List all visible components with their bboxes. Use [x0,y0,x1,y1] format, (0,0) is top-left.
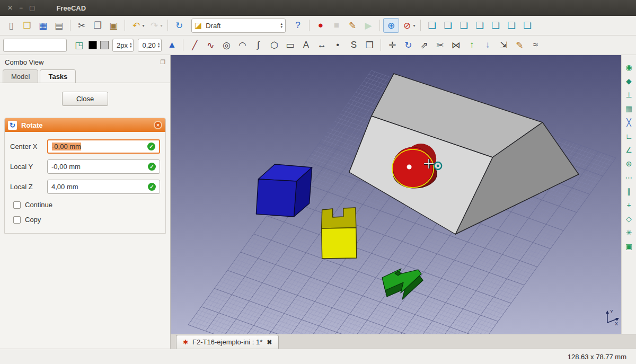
line-width-value: 2px [117,41,128,49]
tab-model[interactable]: Model [3,69,38,83]
title-bar: ✕−▢ FreeCAD [0,0,636,16]
snap-ortho-button[interactable]: + [623,199,635,210]
snap-intersection-button[interactable]: ╳ [623,117,635,128]
copy-button[interactable]: ❐ [90,18,105,33]
zoom-box-button[interactable]: ⊕ [383,18,399,33]
text-size-value: 0,20 [142,41,155,49]
snap-endpoint-button[interactable]: ◆ [623,75,635,86]
spin-down-icon: ▾ [130,45,132,48]
draft-trimex-tool[interactable]: ✂ [432,38,448,52]
rotate-task-close-icon[interactable]: ✕ [154,121,162,129]
float-panel-icon[interactable]: ❐ [160,59,165,66]
tab-tasks[interactable]: Tasks [40,69,76,83]
continue-checkbox[interactable] [13,201,21,209]
spin-down-icon: ▾ [280,25,282,29]
working-plane-button[interactable]: ◳ [71,38,87,52]
rotate-task-panel: ↻ Rotate ✕ Center X -0,00 mm ✓ Local Y [4,118,166,234]
print-button[interactable]: ▤ [51,18,67,33]
valid-check-icon: ✓ [148,163,156,171]
open-file-button[interactable]: ❒ [19,18,35,33]
macro-edit-button[interactable]: ✎ [344,18,360,33]
draft-downgrade-tool[interactable]: ↓ [480,38,496,52]
draft-join-tool[interactable]: ⋈ [448,38,464,52]
snap-center-button[interactable]: ⊕ [623,158,635,169]
tasks-panel: Close ↻ Rotate ✕ Center X -0,00 mm ✓ [0,83,170,349]
macro-play-button[interactable]: ▶ [360,18,376,33]
draw-style-dropdown-arrow[interactable]: ▾ [411,18,417,33]
view-top-button[interactable]: ❏ [456,18,472,33]
face-color-swatch[interactable] [100,41,109,49]
new-file-button[interactable]: ▯ [3,18,19,33]
snap-midpoint-button[interactable]: ⊥ [623,89,635,100]
snap-perpendicular-button[interactable]: ∟ [623,130,635,141]
snap-dimensions-button[interactable]: ▣ [623,241,635,252]
draft-point-tool[interactable]: • [330,38,346,52]
redo-button[interactable]: ↷ [146,18,162,33]
snap-grid-button[interactable]: ▦ [623,103,635,114]
draft-wire-tool[interactable]: ∿ [202,38,218,52]
local-y-field[interactable]: -0,00 mm ✓ [47,159,160,174]
draft-wire2bspline-tool[interactable]: ≈ [527,38,543,52]
refresh-button[interactable]: ↻ [171,18,187,33]
draft-shapestring-tool[interactable]: S [346,38,361,52]
paste-button[interactable]: ▣ [105,18,121,33]
local-z-field[interactable]: 4,00 mm ✓ [47,180,160,194]
text-size-spinbox[interactable]: 0,20 ▴ ▾ [138,39,162,52]
undo-dropdown-arrow[interactable]: ▾ [140,18,146,33]
rotate-task-title: Rotate [21,121,42,129]
line-color-swatch[interactable] [89,41,97,49]
view-isometric-button[interactable]: ❏ [424,18,440,33]
view-left-button[interactable]: ❏ [519,18,535,33]
snap-near-button[interactable]: ◇ [623,213,635,224]
local-y-label: Local Y [10,163,43,171]
draft-bspline-tool[interactable]: ∫ [250,38,266,52]
whats-this-button[interactable]: ? [290,18,306,33]
close-task-button[interactable]: Close [62,92,108,106]
spin-down-icon: ▾ [158,45,160,48]
workbench-selector[interactable]: ◪ Draft ▴ ▾ [191,19,286,33]
snap-extension-button[interactable]: ⋯ [623,172,635,183]
window-close-button[interactable]: ✕ [7,4,13,12]
save-button[interactable]: ▦ [35,18,51,33]
snap-angle-button[interactable]: ∠ [623,144,635,155]
draft-offset-tool[interactable]: ⇗ [416,38,432,52]
view-right-button[interactable]: ❏ [472,18,488,33]
draft-rectangle-tool[interactable]: ▭ [282,38,298,52]
view-rear-button[interactable]: ❏ [488,18,504,33]
draft-edit-tool[interactable]: ✎ [511,38,527,52]
macro-record-button[interactable]: ● [313,18,329,33]
draft-rotate-tool[interactable]: ↻ [400,38,416,52]
draft-move-tool[interactable]: ✛ [384,38,400,52]
draft-upgrade-tool[interactable]: ↑ [464,38,480,52]
document-tab-close-icon[interactable]: ✖ [267,339,272,346]
window-title: FreeCAD [56,4,86,12]
snap-parallel-button[interactable]: ∥ [623,185,635,197]
draft-polygon-tool[interactable]: ⬡ [266,38,282,52]
draft-facebinder-tool[interactable]: ❒ [361,38,377,52]
cut-button[interactable]: ✂ [74,18,90,33]
workbench-selector-arrows[interactable]: ▴ ▾ [280,22,282,29]
center-x-field[interactable]: -0,00 mm ✓ [47,139,160,154]
center-x-label: Center X [10,143,43,150]
document-tab[interactable]: ✱ F2-T16-ejemplo-ini : 1* ✖ [176,335,279,349]
snap-lock-button[interactable]: ◉ [623,61,635,73]
view-bottom-button[interactable]: ❏ [504,18,519,33]
window-minimize-button[interactable]: − [19,4,23,12]
draft-command-input[interactable] [3,39,67,52]
snap-special-button[interactable]: ✳ [623,227,635,238]
draft-toolbar: ◳ 2px ▴ ▾ 0,20 ▴ ▾ ▲ ╱∿◎◠∫⬡▭A↔•S❒✛↻⇗✂⋈↑↓… [0,35,636,55]
macro-stop-button[interactable]: ■ [329,18,344,33]
view-front-button[interactable]: ❏ [440,18,456,33]
draft-dimension-tool[interactable]: ↔ [314,38,330,52]
construction-mode-button[interactable]: ▲ [164,38,180,52]
draft-scale-tool[interactable]: ⇲ [496,38,511,52]
copy-checkbox[interactable] [13,216,21,224]
3d-viewport[interactable]: Y X [171,55,621,334]
draft-line-tool[interactable]: ╱ [187,38,202,52]
combo-view-tabs: Model Tasks [0,69,170,83]
draft-arc-tool[interactable]: ◠ [234,38,250,52]
draft-circle-tool[interactable]: ◎ [218,38,234,52]
window-maximize-button[interactable]: ▢ [29,4,35,12]
line-width-spinbox[interactable]: 2px ▴ ▾ [112,39,134,52]
draft-text-tool[interactable]: A [298,38,314,52]
